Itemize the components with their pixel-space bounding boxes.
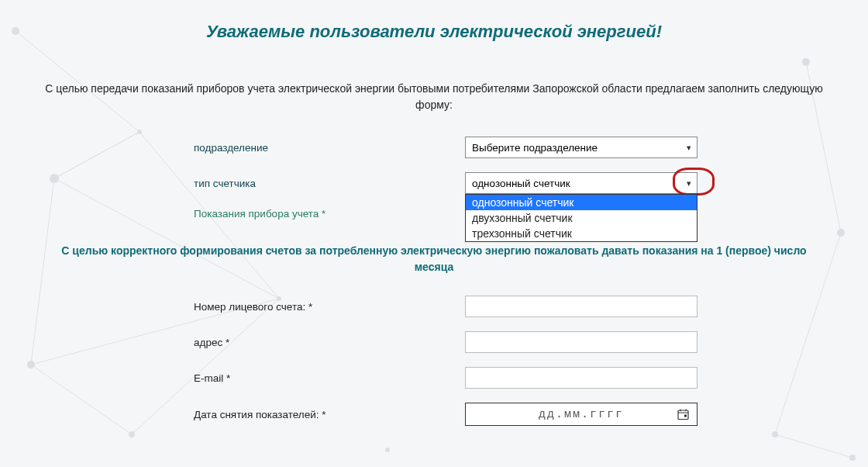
svg-point-22 bbox=[385, 448, 390, 452]
label-account: Номер лицевого счета: * bbox=[31, 301, 465, 313]
label-email: E-mail * bbox=[31, 372, 465, 384]
svg-rect-23 bbox=[678, 410, 688, 420]
row-subdivision: подразделение Выберите подразделение ▾ bbox=[31, 137, 837, 158]
label-address: адрес * bbox=[31, 337, 465, 348]
row-date: Дата снятия показателей: * дд.мм.гггг bbox=[31, 403, 837, 426]
meter-type-option-2[interactable]: трехзонный счетчик bbox=[466, 226, 697, 241]
row-account: Номер лицевого счета: * bbox=[31, 296, 837, 317]
label-date: Дата снятия показателей: * bbox=[31, 409, 465, 420]
form-content: Уважаемые пользователи электрической эне… bbox=[0, 0, 868, 426]
row-email: E-mail * bbox=[31, 367, 837, 389]
date-placeholder: дд.мм.гггг bbox=[539, 408, 624, 421]
row-meter-type: тип счетчика однозонный счетчик ▾ однозо… bbox=[31, 172, 837, 194]
page-title: Уважаемые пользователи электрической эне… bbox=[31, 22, 837, 42]
calendar-icon bbox=[677, 409, 689, 420]
svg-line-10 bbox=[775, 434, 852, 458]
account-input[interactable] bbox=[465, 296, 698, 317]
address-input[interactable] bbox=[465, 331, 698, 353]
subdivision-select[interactable]: Выберите подразделение bbox=[465, 137, 698, 158]
svg-point-16 bbox=[129, 431, 135, 438]
svg-rect-27 bbox=[684, 415, 687, 417]
label-meter-type: тип счетчика bbox=[31, 178, 465, 189]
svg-point-20 bbox=[772, 431, 778, 438]
meter-type-select[interactable]: однозонный счетчик bbox=[465, 172, 698, 194]
billing-note: С целью корректного формирования счетов … bbox=[46, 243, 822, 275]
svg-point-21 bbox=[849, 455, 856, 461]
meter-type-option-0[interactable]: однозонный счетчик bbox=[466, 195, 697, 210]
meter-type-dropdown[interactable]: однозонный счетчик двухзонный счетчик тр… bbox=[465, 194, 698, 242]
row-readings: Показания прибора учета * bbox=[31, 208, 837, 220]
row-address: адрес * bbox=[31, 331, 837, 353]
date-input[interactable]: дд.мм.гггг bbox=[465, 403, 698, 426]
label-readings: Показания прибора учета * bbox=[31, 208, 465, 220]
email-input[interactable] bbox=[465, 367, 698, 389]
label-subdivision: подразделение bbox=[31, 142, 465, 154]
meter-type-option-1[interactable]: двухзонный счетчик bbox=[466, 210, 697, 226]
intro-text: С целью передачи показаний приборов учет… bbox=[31, 81, 837, 113]
